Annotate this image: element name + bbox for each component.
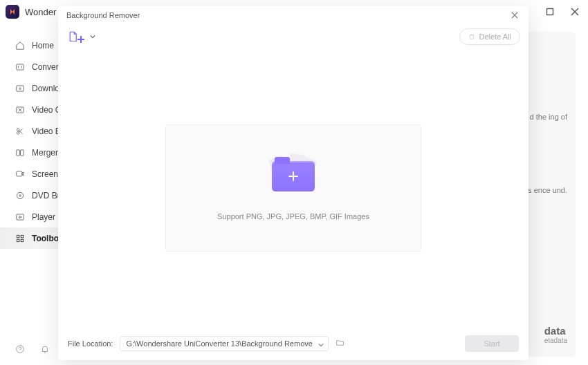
dialog-title: Background Remover: [66, 11, 140, 19]
sidebar-item-label: Player: [32, 212, 55, 222]
open-folder-button[interactable]: [336, 337, 344, 350]
brand-text: Wonder: [25, 7, 56, 17]
sidebar-item-home[interactable]: Home: [0, 35, 58, 56]
background-remover-dialog: Background Remover Delete All: [58, 6, 529, 360]
file-location-label: File Location:: [68, 339, 113, 348]
svg-rect-20: [17, 235, 19, 238]
metadata-sub: etadata: [544, 337, 567, 344]
metadata-card-fragment: data etadata: [544, 325, 567, 344]
metadata-title: data: [544, 325, 567, 337]
svg-point-16: [17, 192, 23, 198]
dialog-titlebar: Background Remover: [58, 6, 529, 24]
sidebar-item-screen-recorder[interactable]: Screen Recorder: [0, 163, 58, 185]
sidebar-item-label: Home: [32, 41, 54, 50]
svg-rect-12: [17, 149, 20, 155]
chevron-down-icon: [90, 34, 95, 39]
sidebar-footer: [0, 344, 58, 365]
editor-icon: [15, 127, 25, 136]
dialog-close-button[interactable]: [509, 10, 520, 21]
screen-recorder-icon: [15, 169, 25, 179]
close-icon: [511, 12, 518, 19]
svg-marker-19: [19, 216, 21, 218]
delete-all-button[interactable]: Delete All: [459, 28, 520, 45]
svg-rect-22: [17, 239, 19, 242]
trash-icon: [468, 33, 475, 40]
start-button[interactable]: Start: [465, 335, 519, 352]
file-location-dropdown[interactable]: G:\Wondershare UniConverter 13\Backgroun…: [120, 336, 328, 351]
supported-formats-text: Support PNG, JPG, JPEG, BMP, GIF Images: [217, 212, 369, 221]
plus-badge-icon: [77, 36, 84, 43]
delete-all-label: Delete All: [479, 32, 511, 41]
chevron-down-icon: [318, 342, 324, 348]
sidebar-item-video-editor[interactable]: Video Editor: [0, 120, 58, 142]
sidebar-item-toolbox[interactable]: Toolbox: [0, 227, 58, 249]
converter-icon: [15, 62, 25, 72]
dialog-footer: File Location: G:\Wondershare UniConvert…: [58, 327, 529, 360]
svg-rect-1: [547, 9, 553, 15]
sidebar-item-merger[interactable]: Merger: [0, 142, 58, 163]
dropzone[interactable]: Support PNG, JPG, JPEG, BMP, GIF Images: [165, 124, 421, 252]
svg-rect-14: [17, 171, 22, 176]
app-root: Wonder Home Converter Downloader Video: [0, 0, 588, 365]
sidebar-item-downloader[interactable]: Downloader: [0, 77, 58, 99]
folder-plus-icon: [272, 161, 315, 191]
merger-icon: [15, 148, 25, 158]
sidebar-item-video-compressor[interactable]: Video Compressor: [0, 99, 58, 120]
start-button-label: Start: [484, 339, 499, 348]
folder-icon: [336, 338, 344, 347]
toolbox-icon: [15, 234, 25, 243]
svg-point-17: [19, 194, 21, 196]
app-logo: [6, 5, 19, 19]
dropzone-illustration: [259, 156, 328, 197]
drop-area-wrap: Support PNG, JPG, JPEG, BMP, GIF Images: [58, 49, 529, 327]
svg-point-24: [17, 346, 24, 353]
sidebar-item-label: Merger: [32, 148, 58, 158]
svg-rect-30: [77, 39, 84, 40]
help-button[interactable]: [15, 344, 25, 354]
svg-rect-18: [17, 214, 24, 219]
close-window-button[interactable]: [567, 4, 582, 19]
sidebar-item-player[interactable]: Player: [0, 206, 58, 227]
svg-rect-21: [21, 235, 24, 238]
file-location-path: G:\Wondershare UniConverter 13\Backgroun…: [126, 339, 312, 348]
maximize-button[interactable]: [542, 4, 558, 19]
home-icon: [15, 41, 25, 50]
svg-rect-23: [21, 239, 24, 242]
svg-marker-15: [22, 172, 24, 176]
download-icon: [15, 84, 25, 93]
partial-text-1: d the ing of: [530, 112, 567, 122]
dvd-icon: [15, 191, 25, 200]
player-icon: [15, 212, 25, 222]
svg-rect-13: [21, 149, 24, 155]
svg-rect-4: [17, 64, 24, 69]
notifications-button[interactable]: [40, 344, 50, 354]
sidebar-item-converter[interactable]: Converter: [0, 56, 58, 77]
add-file-button[interactable]: [66, 30, 95, 43]
sidebar-item-dvd-burner[interactable]: DVD Burner: [0, 185, 58, 206]
compressor-icon: [15, 105, 25, 115]
sidebar: Home Converter Downloader Video Compress…: [0, 24, 58, 365]
dialog-toolbar: Delete All: [58, 24, 529, 49]
